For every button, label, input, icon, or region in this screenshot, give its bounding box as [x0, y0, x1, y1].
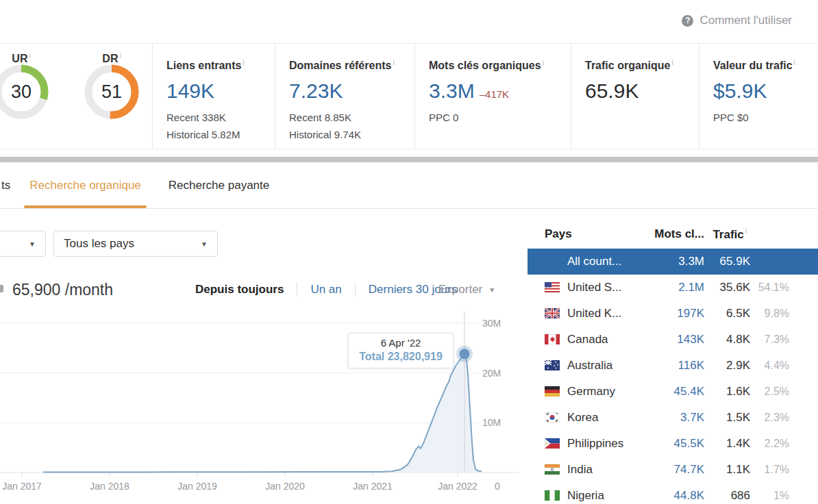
metric-value: 65.9K [585, 79, 699, 103]
x-axis-tick: Jan 2018 [90, 481, 129, 492]
table-row[interactable]: Australia116K2.9K4.4% [528, 353, 818, 379]
keywords-value[interactable]: 143K [651, 327, 704, 353]
info-icon: i [543, 59, 544, 66]
metric-title: Mots clés organiques [429, 60, 541, 71]
table-row[interactable]: Nigeria44.8K6861% [528, 483, 818, 504]
table-row[interactable]: Canada143K4.8K7.3% [528, 327, 818, 353]
metric-card-backlinks: Liens entrantsi 149K Recent 338K Histori… [152, 44, 275, 149]
table-row[interactable]: Germany45.4K1.6K2.5% [528, 379, 818, 405]
traffic-share-percent: 9.8% [754, 301, 789, 327]
metric-title: Domaines référents [289, 60, 391, 71]
traffic-share-percent: 4.4% [754, 353, 789, 379]
x-axis-tick: Jan 2022 [438, 481, 478, 492]
ng-flag-icon [545, 490, 560, 501]
y-axis-zero-label: 0 [495, 481, 500, 492]
header-keywords[interactable]: Mots cl... [637, 227, 704, 241]
info-icon: i [671, 59, 673, 66]
table-body: United S...2.1M35.6K54.1%United K...197K… [528, 275, 818, 504]
metric-card-organic-keywords: Mots clés organiquesi 3.3M–417K PPC 0 [414, 44, 571, 149]
help-question-icon: ? [682, 15, 693, 27]
gb-flag-icon [545, 308, 560, 318]
chart-tooltip: 6 Apr '22 Total 23,820,919 [348, 333, 454, 368]
table-row[interactable]: Philippines45.5K1.4K2.2% [528, 431, 818, 457]
keywords-value[interactable]: 2.1M [651, 275, 704, 301]
ur-gauge: URi 30 [0, 64, 49, 119]
traffic-value: 65.9K [710, 249, 750, 275]
header-country[interactable]: Pays [545, 227, 572, 241]
metric-title: Trafic organique [585, 60, 670, 71]
info-icon: i [119, 52, 121, 60]
x-axis-tick: Jan 2021 [353, 481, 393, 492]
y-axis-tick: 10M [482, 417, 501, 428]
table-row[interactable]: India74.7K1.1K1.7% [528, 457, 818, 483]
keywords-value[interactable]: 45.4K [651, 379, 704, 405]
dr-value: 51 [84, 64, 139, 119]
tooltip-total: Total 23,820,919 [353, 351, 449, 363]
table-row[interactable]: United K...197K6.5K9.8% [528, 301, 818, 327]
metric-value-link[interactable]: 3.3M [429, 79, 475, 102]
metric-card-traffic-value: Valeur du trafici $5.9K PPC $0 [699, 44, 818, 149]
info-icon: i [29, 52, 30, 60]
divider [355, 282, 356, 297]
x-axis-tick: Jan 2019 [177, 481, 217, 492]
au-flag-icon [545, 360, 560, 370]
metric-value-link[interactable]: 7.23K [289, 79, 414, 103]
table-row-all-countries-selected[interactable]: All count... 3.3M 65.9K [528, 249, 818, 275]
tab-paid-search[interactable]: Recherche payante [167, 162, 271, 208]
header-traffic[interactable]: Trafici [711, 227, 747, 242]
metric-value-link[interactable]: 149K [166, 79, 275, 103]
dr-gauge: DRi 51 [84, 64, 139, 119]
tab-truncated[interactable]: ts [0, 162, 12, 208]
metric-mode-dropdown[interactable]: ▼ [0, 231, 46, 257]
metric-subline: Recent 8.85K [289, 109, 414, 126]
export-button[interactable]: Exporter ▼ [438, 283, 495, 297]
traffic-value: 6.5K [710, 301, 750, 327]
table-row[interactable]: United S...2.1M35.6K54.1% [528, 275, 818, 301]
keywords-value[interactable]: 45.5K [651, 431, 704, 457]
chevron-down-icon: ▼ [201, 240, 208, 248]
traffic-share-percent: 2.5% [754, 379, 789, 405]
keywords-value[interactable]: 116K [651, 353, 704, 379]
keywords-value[interactable]: 74.7K [651, 457, 704, 483]
x-axis-tick: Jan 2017 [2, 481, 42, 492]
export-label: Exporter [438, 283, 482, 297]
metric-card-organic-traffic: Trafic organiquei 65.9K [571, 44, 699, 149]
x-axis-tick: Jan 2020 [265, 481, 305, 492]
table-header-row: Pays Mots cl... Trafici [528, 223, 818, 249]
country-name: Philippines [567, 431, 623, 457]
dr-label: DR [102, 53, 118, 64]
tab-organic-search[interactable]: Recherche organique [28, 162, 142, 208]
country-name: United S... [567, 275, 621, 301]
country-name: India [567, 457, 593, 483]
keywords-delta: –417K [480, 88, 509, 100]
country-name: Germany [567, 379, 615, 405]
country-name: Canada [567, 327, 608, 353]
us-flag-icon [545, 282, 560, 292]
info-icon: i [393, 59, 394, 66]
traffic-share-percent: 54.1% [754, 275, 789, 301]
country-name: Nigeria [567, 483, 604, 504]
ur-label: UR [12, 53, 27, 64]
country-dropdown[interactable]: Tous les pays ▼ [53, 231, 218, 257]
how-to-use-link[interactable]: ? Comment l'utiliser [682, 14, 792, 27]
traffic-share-percent: 1% [754, 483, 789, 504]
traffic-share-percent: 2.2% [754, 431, 789, 457]
keywords-value[interactable]: 3.7K [651, 405, 704, 431]
metric-subline: PPC $0 [713, 109, 818, 126]
metric-subline: Recent 338K [166, 109, 275, 126]
in-flag-icon [545, 464, 560, 475]
ur-value: 30 [0, 64, 49, 119]
keywords-value[interactable]: 44.8K [651, 483, 704, 504]
divider [297, 282, 297, 297]
y-axis-tick: 30M [482, 318, 501, 329]
section-divider-band [0, 157, 818, 162]
range-all-time[interactable]: Depuis toujours [195, 283, 284, 297]
range-one-year[interactable]: Un an [310, 283, 341, 297]
metric-value-link[interactable]: $5.9K [713, 79, 818, 103]
rating-gauges: URi 30 DRi 51 [0, 44, 152, 149]
date-range-switcher: Depuis toujours Un an Derniers 30 jours [195, 282, 457, 297]
table-row[interactable]: Korea3.7K1.5K2.3% [528, 405, 818, 431]
traffic-value: 1.5K [710, 405, 750, 431]
keywords-value[interactable]: 197K [651, 301, 704, 327]
country-name: Korea [567, 405, 598, 431]
